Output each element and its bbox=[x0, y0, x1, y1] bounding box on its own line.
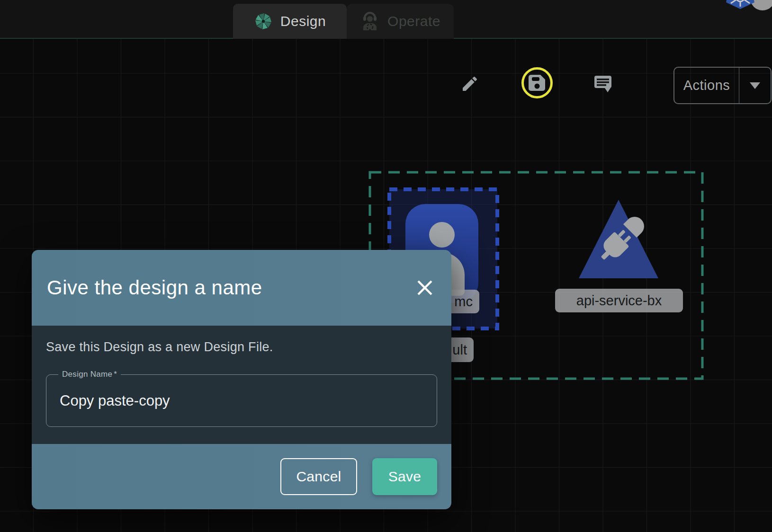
meshery-logo-icon bbox=[254, 12, 273, 31]
dialog-body: Save this Design as a new Design File. D… bbox=[32, 326, 451, 444]
dialog-header: Give the design a name bbox=[32, 250, 451, 326]
required-marker: * bbox=[114, 370, 117, 379]
design-name-input[interactable] bbox=[46, 374, 437, 427]
dialog-description: Save this Design as a new Design File. bbox=[46, 326, 437, 355]
person-icon bbox=[429, 222, 455, 248]
save-icon[interactable] bbox=[529, 74, 546, 91]
actions-button-label[interactable]: Actions bbox=[674, 68, 739, 103]
design-name-field-wrap: Design Name* bbox=[46, 374, 437, 427]
node-label-api-service[interactable]: api-service-bx bbox=[555, 289, 683, 312]
tab-operate-label: Operate bbox=[387, 13, 440, 29]
api-service-node[interactable] bbox=[578, 199, 659, 279]
dialog-footer: Cancel Save bbox=[32, 444, 451, 509]
save-button[interactable]: Save bbox=[372, 458, 437, 495]
edit-icon[interactable] bbox=[460, 74, 479, 93]
close-icon bbox=[415, 278, 434, 297]
kubernetes-icon bbox=[726, 0, 754, 9]
dialog-title: Give the design a name bbox=[47, 276, 262, 299]
chevron-down-icon bbox=[750, 82, 760, 89]
top-navigation-bar: Design Operate bbox=[0, 0, 772, 39]
app-window: mc ult api-service-bx bbox=[0, 0, 772, 532]
tab-design[interactable]: Design bbox=[233, 4, 347, 39]
design-name-label: Design Name* bbox=[58, 370, 121, 379]
actions-dropdown-toggle[interactable] bbox=[739, 68, 771, 103]
save-design-dialog: Give the design a name Save this Design … bbox=[32, 250, 451, 509]
close-button[interactable] bbox=[413, 276, 436, 299]
context-badge[interactable] bbox=[722, 0, 772, 14]
tab-design-label: Design bbox=[280, 13, 326, 29]
cancel-button[interactable]: Cancel bbox=[280, 458, 357, 495]
tab-operate[interactable]: Operate bbox=[347, 4, 454, 39]
comment-icon[interactable] bbox=[593, 74, 612, 93]
operator-headset-icon bbox=[360, 11, 380, 31]
actions-button[interactable]: Actions bbox=[673, 67, 772, 104]
